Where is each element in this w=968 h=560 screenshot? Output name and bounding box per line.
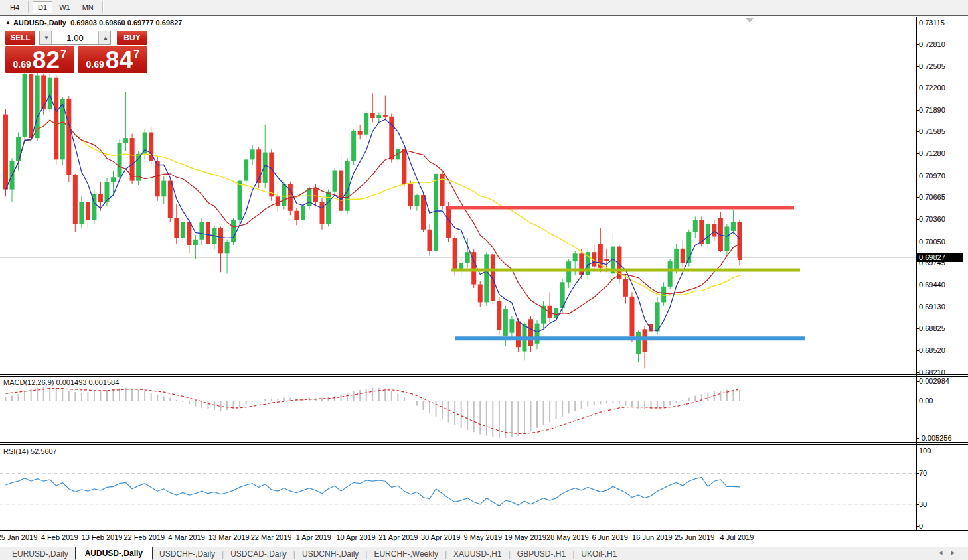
timeframe-button-h4[interactable]: H4 [5,1,25,13]
sell-price-sup: 7 [60,48,66,61]
sell-button[interactable]: SELL [5,31,35,45]
price-tick-label: 0.68825 [919,324,945,332]
timeframe-button-mn[interactable]: MN [77,1,99,13]
rsi-tick-label: 30 [919,500,927,508]
price-tick-label: 0.72505 [919,62,945,70]
volume-increase-button[interactable]: ▲ [98,31,110,44]
volume-stepper: ▼ 1.00 ▲ [39,31,111,45]
macd-panel-top-border [0,376,968,377]
price-tick-label: 0.72810 [919,40,945,48]
chart-tab-audusd-daily[interactable]: AUDUSD-,Daily [75,547,153,560]
rsi-panel-top-border [0,444,968,445]
price-tick-label: 0.69440 [919,281,945,289]
ohlc-close: 0.69827 [156,19,183,27]
chart-macd-splitter[interactable] [0,374,968,375]
rsi-label: RSI(14) 52.5607 [3,447,57,455]
ohlc-high: 0.69860 [99,19,125,27]
direction-up-icon: ▲ [5,19,11,25]
buy-price-panel[interactable]: 0.69 84 7 [78,46,147,73]
volume-decrease-button[interactable]: ▼ [40,31,52,44]
macd-tick-label: 0.00 [919,397,933,405]
macd-tick-label: 0.002984 [919,377,949,385]
price-tick-label: 0.69130 [919,303,945,311]
tabs-scroll-right-icon[interactable]: ► [950,549,963,556]
timeframe-button-d1[interactable]: D1 [33,1,52,13]
price-tick-label: 0.73115 [919,19,945,27]
tabs-scroll-left-icon[interactable]: ◄ [937,549,950,556]
chart-tab-gbpusd-h1[interactable]: GBPUSD-,H1 [511,548,572,560]
rsi-indicator-chart[interactable] [0,446,916,529]
price-tick-label: 0.70665 [919,193,945,201]
price-tick-label: 0.72200 [919,84,945,92]
price-tick-label: 0.71280 [919,149,945,157]
macd-label: MACD(12,26,9) 0.001493 0.001584 [3,378,119,386]
chart-tab-usdcad-daily[interactable]: USDCAD-,Daily [224,548,293,560]
buy-price-sup: 7 [133,48,139,61]
volume-field[interactable]: 1.00 [52,31,98,44]
ohlc-low: 0.69777 [127,19,154,27]
ohlc-open: 0.69803 [70,19,97,27]
sell-price-prefix: 0.69 [13,59,31,70]
rsi-tick-label: 100 [919,447,931,455]
price-tick-label: 0.70050 [919,238,945,245]
price-tick-label: 0.70970 [919,172,945,180]
chart-tab-ukoil-h1[interactable]: UKOil-,H1 [574,548,623,560]
price-tick-label: 0.70360 [919,215,945,223]
sell-price-panel[interactable]: 0.69 82 7 [5,46,74,73]
date-tick-label: 4 Jul 2019 [707,533,767,541]
chart-tab-usdchf-daily[interactable]: USDCHF-,Daily [153,548,222,560]
chart-tab-bar: EURUSD-,DailyAUDUSD-,DailyUSDCHF-,Daily|… [0,547,968,560]
price-axis-line [916,17,917,531]
symbol-label: AUDUSD-,Daily [13,19,66,27]
chart-title: ▲AUDUSD-,Daily 0.69803 0.69860 0.69777 0… [5,19,182,27]
chart-tab-xauusd-h1[interactable]: XAUUSD-,H1 [447,548,509,560]
buy-price-big: 84 [106,48,133,73]
macd-indicator-chart[interactable] [0,377,916,441]
chart-tab-usdcnh-daily[interactable]: USDCNH-,Daily [295,548,365,560]
price-tick-label: 0.71890 [919,106,945,114]
price-tick-label: 0.68210 [919,368,945,376]
rsi-tick-label: 70 [919,469,927,477]
rsi-panel-bottom-border [0,530,968,531]
macd-tick-label: -0.005256 [919,434,952,442]
scroll-to-end-marker-icon[interactable] [746,18,754,23]
rsi-tick-label: 0 [919,522,923,530]
chart-tab-eurusd-daily[interactable]: EURUSD-,Daily [5,548,75,560]
timeframe-button-w1[interactable]: W1 [54,1,76,13]
chart-tab-eurchf-weekly[interactable]: EURCHF-,Weekly [367,548,444,560]
buy-button[interactable]: BUY [117,31,147,45]
timeframe-toolbar: H4D1W1MN [0,0,968,16]
buy-price-prefix: 0.69 [86,59,104,70]
current-price-badge: 0.69827 [917,253,963,262]
mt4-window: { "toolbar": { "timeframes": ["H4", "D1"… [0,0,968,560]
macd-rsi-splitter[interactable] [0,442,968,443]
price-tick-label: 0.68520 [919,346,945,354]
sell-price-big: 82 [33,48,60,73]
price-tick-label: 0.71585 [919,127,945,135]
